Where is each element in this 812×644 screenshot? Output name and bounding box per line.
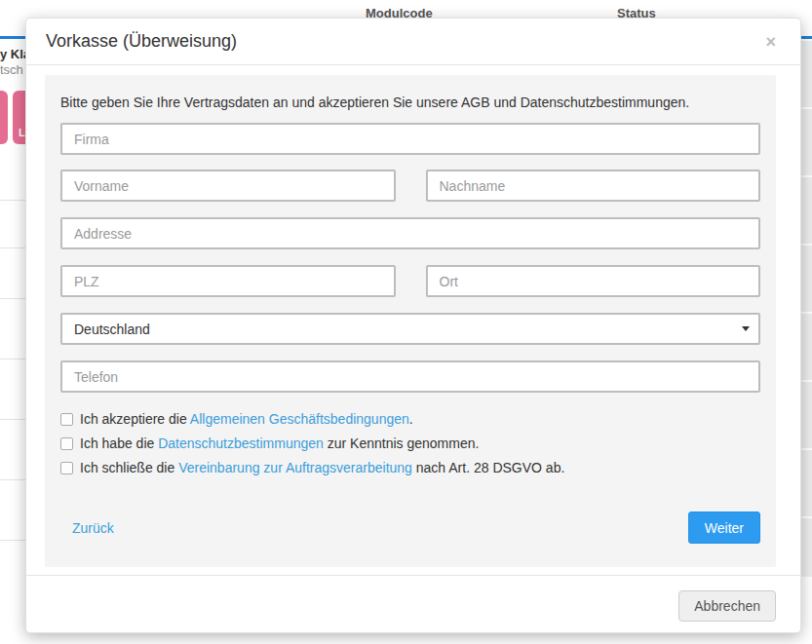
modal-title: Vorkasse (Überweisung) bbox=[46, 31, 237, 52]
modal-footer: Abbrechen bbox=[26, 575, 800, 632]
plz-input[interactable] bbox=[60, 265, 396, 297]
vorkasse-modal: Vorkasse (Überweisung) × Bitte geben Sie… bbox=[25, 18, 801, 633]
datenschutz-checkbox-row: Ich habe die Datenschutzbestimmungen zur… bbox=[60, 436, 760, 451]
nachname-input[interactable] bbox=[426, 170, 761, 202]
bg-table-row-divider bbox=[0, 479, 25, 480]
zurueck-link[interactable]: Zurück bbox=[72, 520, 114, 536]
bg-text-fragment-gray: tsch bbox=[0, 62, 23, 77]
country-select[interactable]: Deutschland bbox=[60, 313, 760, 345]
datenschutz-checkbox[interactable] bbox=[60, 437, 73, 450]
bg-table-row-divider bbox=[0, 359, 25, 360]
datenschutz-checkbox-label: Ich habe die Datenschutzbestimmungen zur… bbox=[80, 436, 479, 451]
form-panel: Bitte geben Sie Ihre Vertragsdaten an un… bbox=[45, 75, 776, 567]
auftragsverarbeitung-link[interactable]: Vereinbarung zur Auftragsverarbeitung bbox=[178, 460, 412, 475]
auftragsverarbeitung-checkbox-label: Ich schließe die Vereinbarung zur Auftra… bbox=[80, 460, 564, 475]
agb-checkbox[interactable] bbox=[60, 413, 73, 426]
bg-pink-button-left[interactable] bbox=[0, 91, 8, 144]
vorname-input[interactable] bbox=[60, 170, 396, 202]
firma-input[interactable] bbox=[60, 123, 760, 155]
wizard-actions: Zurück Weiter bbox=[60, 511, 760, 544]
intro-text: Bitte geben Sie Ihre Vertragsdaten an un… bbox=[60, 93, 760, 112]
bg-table-row-divider bbox=[0, 540, 25, 541]
label-text: Ich akzeptiere die bbox=[80, 411, 190, 427]
agb-link[interactable]: Allgemeinen Geschäftsbedingungen bbox=[190, 411, 409, 427]
bg-table-row-divider bbox=[0, 200, 25, 201]
addresse-input[interactable] bbox=[60, 217, 760, 249]
label-text: Ich schließe die bbox=[80, 460, 178, 475]
label-text: zur Kenntnis genommen. bbox=[324, 436, 480, 451]
datenschutz-link[interactable]: Datenschutzbestimmungen bbox=[158, 436, 324, 451]
ort-input[interactable] bbox=[426, 265, 761, 297]
label-text: nach Art. 28 DSGVO ab. bbox=[412, 460, 564, 475]
agb-checkbox-label: Ich akzeptiere die Allgemeinen Geschäfts… bbox=[80, 411, 413, 427]
auftragsverarbeitung-checkbox-row: Ich schließe die Vereinbarung zur Auftra… bbox=[60, 460, 760, 475]
label-text: . bbox=[409, 411, 413, 427]
auftragsverarbeitung-checkbox[interactable] bbox=[60, 462, 73, 474]
weiter-button[interactable]: Weiter bbox=[688, 511, 760, 544]
country-select-wrap: Deutschland bbox=[60, 313, 760, 345]
bg-table-row-divider bbox=[0, 298, 25, 299]
name-row bbox=[60, 170, 760, 202]
bg-table-row-divider bbox=[0, 247, 25, 248]
city-row bbox=[60, 265, 760, 297]
modal-body: Bitte geben Sie Ihre Vertragsdaten an un… bbox=[26, 65, 800, 575]
bg-table-row-divider bbox=[0, 419, 25, 420]
agb-checkbox-row: Ich akzeptiere die Allgemeinen Geschäfts… bbox=[60, 411, 760, 427]
telefon-input[interactable] bbox=[60, 360, 760, 393]
modal-header: Vorkasse (Überweisung) × bbox=[26, 19, 800, 65]
close-icon[interactable]: × bbox=[765, 34, 776, 50]
bg-table-right-edge bbox=[801, 41, 812, 577]
label-text: Ich habe die bbox=[80, 436, 158, 451]
abbrechen-button[interactable]: Abbrechen bbox=[678, 590, 776, 622]
